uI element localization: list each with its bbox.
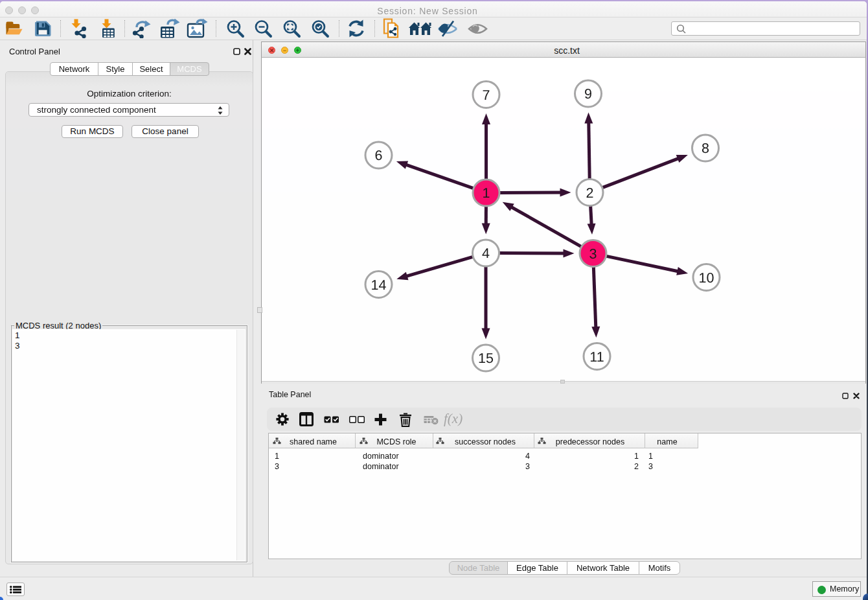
- svg-text:4: 4: [482, 246, 490, 261]
- svg-text:14: 14: [371, 277, 387, 293]
- svg-text:11: 11: [589, 349, 604, 365]
- svg-text:15: 15: [478, 351, 494, 366]
- svg-text:6: 6: [375, 148, 383, 163]
- svg-text:7: 7: [483, 87, 490, 103]
- svg-text:8: 8: [702, 141, 709, 156]
- svg-text:9: 9: [584, 86, 592, 102]
- svg-text:10: 10: [699, 270, 714, 286]
- svg-text:3: 3: [589, 246, 597, 262]
- svg-text:2: 2: [586, 185, 594, 201]
- svg-text:1: 1: [483, 185, 490, 201]
